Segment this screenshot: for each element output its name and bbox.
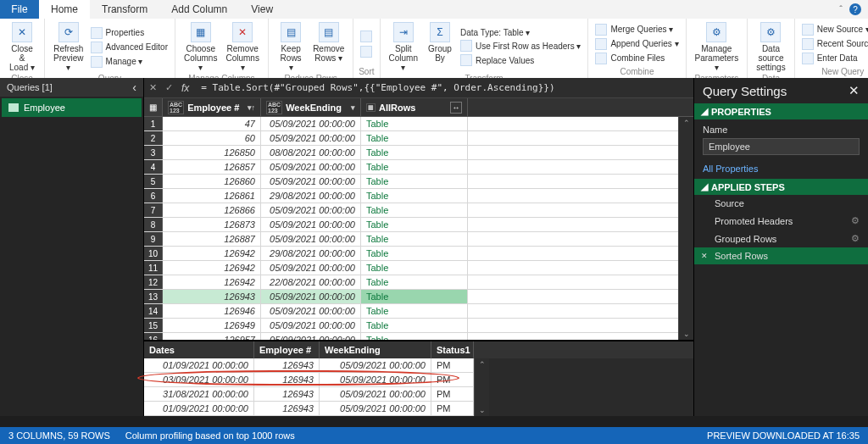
refresh-preview-button[interactable]: ⟳Refresh Preview ▾ <box>50 20 87 74</box>
remove-rows-button[interactable]: ▤Remove Rows ▾ <box>309 20 348 74</box>
table-row[interactable]: 1 47 05/09/2021 00:00:00 Table <box>144 117 678 131</box>
close-settings-icon[interactable]: ✕ <box>849 83 860 98</box>
chevron-left-icon[interactable]: ‹ <box>132 80 136 94</box>
preview-header-weekending[interactable]: WeekEnding <box>320 341 431 358</box>
first-row-headers-button[interactable]: Use First Row as Headers ▾ <box>459 39 582 53</box>
table-row[interactable]: 8 126873 05/09/2021 00:00:00 Table <box>144 218 678 232</box>
table-corner-icon[interactable]: ▦ <box>144 98 163 116</box>
table-row[interactable]: 6 126861 29/08/2021 00:00:00 Table <box>144 189 678 203</box>
group-by-button[interactable]: ΣGroup By <box>423 20 457 74</box>
choose-columns-button[interactable]: ▦Choose Columns ▾ <box>181 20 220 74</box>
row-number: 16 <box>144 333 163 340</box>
fx-icon[interactable]: fx <box>181 82 189 94</box>
append-queries-button[interactable]: Append Queries ▾ <box>593 37 680 51</box>
preview-header-employee[interactable]: Employee # <box>254 341 320 358</box>
cell-allrows[interactable]: Table <box>361 146 468 159</box>
queries-header[interactable]: Queries [1]‹ <box>0 78 143 97</box>
manage-button[interactable]: Manage ▾ <box>89 55 170 69</box>
formula-cancel-icon[interactable]: ✕ <box>149 82 157 93</box>
home-tab[interactable]: Home <box>39 0 90 19</box>
table-row[interactable]: 14 126946 05/09/2021 00:00:00 Table <box>144 304 678 319</box>
preview-header-status[interactable]: Status1 <box>431 341 474 358</box>
remove-columns-button[interactable]: ✕Remove Columns ▾ <box>222 20 262 74</box>
sort-asc-button[interactable] <box>359 30 374 43</box>
data-type-button[interactable]: Data Type: Table ▾ <box>459 27 582 38</box>
table-row[interactable]: 4 126857 05/09/2021 00:00:00 Table <box>144 160 678 175</box>
ribbon-collapse-icon[interactable]: ˆ <box>839 4 843 14</box>
cell-allrows[interactable]: Table <box>361 275 468 289</box>
table-row[interactable]: 13 126943 05/09/2021 00:00:00 Table <box>144 290 678 304</box>
applied-step[interactable]: Promoted Headers⚙ <box>694 212 868 230</box>
column-header-weekending[interactable]: ABC 123 WeekEnding▾ <box>261 98 361 116</box>
preview-row[interactable]: 01/09/2021 00:00:00 126943 05/09/2021 00… <box>144 358 474 373</box>
recent-sources-button[interactable]: Recent Sources ▾ <box>800 37 868 51</box>
combine-files-button[interactable]: Combine Files <box>593 52 680 65</box>
cell-allrows[interactable]: Table <box>361 175 468 188</box>
applied-step[interactable]: Sorted Rows <box>694 247 868 264</box>
table-row[interactable]: 15 126949 05/09/2021 00:00:00 Table <box>144 319 678 333</box>
preview-row[interactable]: 01/09/2021 00:00:00 126943 05/09/2021 00… <box>144 402 474 416</box>
file-tab[interactable]: File <box>0 0 39 19</box>
gear-icon[interactable]: ⚙ <box>851 233 860 244</box>
preview-header-dates[interactable]: Dates <box>144 341 254 358</box>
cell-allrows[interactable]: Table <box>361 261 468 275</box>
keep-rows-button[interactable]: ▤Keep Rows ▾ <box>274 20 308 74</box>
advanced-editor-button[interactable]: Advanced Editor <box>89 41 170 54</box>
table-row[interactable]: 12 126942 22/08/2021 00:00:00 Table <box>144 275 678 290</box>
cell-allrows[interactable]: Table <box>361 160 468 174</box>
formula-input[interactable] <box>198 80 688 95</box>
cell-employee: 126866 <box>163 203 261 217</box>
gear-icon[interactable]: ⚙ <box>851 215 860 226</box>
cell-allrows[interactable]: Table <box>361 117 468 130</box>
applied-steps-section-header[interactable]: ◢APPLIED STEPS <box>694 179 868 195</box>
table-row[interactable]: 3 126850 08/08/2021 00:00:00 Table <box>144 146 678 160</box>
formula-commit-icon[interactable]: ✓ <box>165 82 173 93</box>
cell-allrows[interactable]: Table <box>361 189 468 203</box>
enter-data-button[interactable]: Enter Data <box>800 52 868 65</box>
cell-allrows[interactable]: Table <box>361 333 468 340</box>
filter-icon[interactable]: ▾ <box>351 103 355 112</box>
data-source-settings-button[interactable]: ⚙Data source settings <box>753 20 788 74</box>
query-item-employee[interactable]: Employee <box>2 98 142 117</box>
vertical-scrollbar[interactable]: ⌃⌄ <box>678 117 693 340</box>
all-properties-link[interactable]: All Properties <box>703 164 860 174</box>
table-row[interactable]: 2 60 05/09/2021 00:00:00 Table <box>144 131 678 146</box>
table-row[interactable]: 7 126866 05/09/2021 00:00:00 Table <box>144 203 678 218</box>
transform-tab[interactable]: Transform <box>90 0 159 19</box>
cell-allrows[interactable]: Table <box>361 203 468 217</box>
merge-queries-button[interactable]: Merge Queries ▾ <box>593 23 680 36</box>
preview-row[interactable]: 31/08/2021 00:00:00 126943 05/09/2021 00… <box>144 387 474 402</box>
addcolumn-tab[interactable]: Add Column <box>159 0 239 19</box>
replace-values-button[interactable]: Replace Values <box>459 53 582 67</box>
expand-icon[interactable]: ↔ <box>450 102 462 114</box>
cell-allrows[interactable]: Table <box>361 218 468 231</box>
cell-allrows[interactable]: Table <box>361 304 468 318</box>
applied-step[interactable]: Source <box>694 195 868 212</box>
cell-allrows[interactable]: Table <box>361 247 468 260</box>
manage-parameters-button[interactable]: ⚙Manage Parameters ▾ <box>692 20 743 74</box>
sort-desc-button[interactable] <box>359 45 374 58</box>
properties-button[interactable]: Properties <box>89 26 170 40</box>
table-row[interactable]: 5 126860 05/09/2021 00:00:00 Table <box>144 175 678 189</box>
cell-allrows[interactable]: Table <box>361 319 468 332</box>
table-row[interactable]: 9 126887 05/09/2021 00:00:00 Table <box>144 232 678 247</box>
column-header-allrows[interactable]: ▦ AllRows↔ <box>361 98 468 116</box>
table-row[interactable]: 10 126942 29/08/2021 00:00:00 Table <box>144 247 678 261</box>
applied-step[interactable]: Grouped Rows⚙ <box>694 230 868 247</box>
table-row[interactable]: 16 126957 05/09/2021 00:00:00 Table <box>144 333 678 340</box>
query-name-input[interactable] <box>703 138 860 155</box>
new-source-button[interactable]: New Source ▾ <box>800 23 868 36</box>
column-header-employee[interactable]: ABC 123 Employee #▾↑ <box>163 98 261 116</box>
close-load-button[interactable]: ✕Close & Load ▾ <box>5 20 39 74</box>
cell-allrows[interactable]: Table <box>361 232 468 246</box>
help-icon[interactable]: ? <box>849 3 861 15</box>
properties-section-header[interactable]: ◢PROPERTIES <box>694 103 868 119</box>
cell-allrows[interactable]: Table <box>361 131 468 145</box>
split-column-button[interactable]: ⇥Split Column ▾ <box>386 20 421 74</box>
data-grid[interactable]: 1 47 05/09/2021 00:00:00 Table2 60 05/09… <box>144 117 678 340</box>
table-row[interactable]: 11 126942 05/09/2021 00:00:00 Table <box>144 261 678 275</box>
preview-scrollbar[interactable]: ⌃⌄ <box>474 358 489 416</box>
preview-row[interactable]: 03/09/2021 00:00:00 126943 05/09/2021 00… <box>144 373 474 387</box>
cell-allrows[interactable]: Table <box>361 290 468 303</box>
view-tab[interactable]: View <box>239 0 285 19</box>
